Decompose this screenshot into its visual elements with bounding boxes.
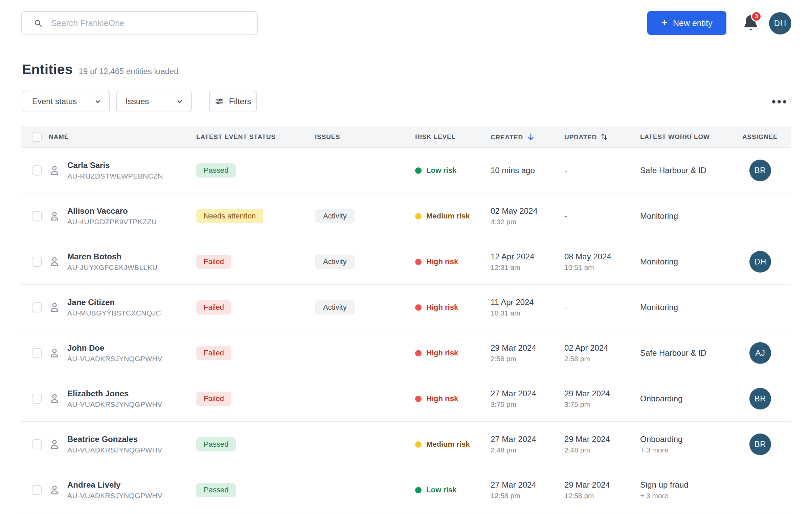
updated-cell: - [564,211,567,221]
select-all-checkbox[interactable] [32,132,42,142]
name-cell: Carla Saris AU-RUZDSTWEWPEBNCZN [67,160,163,181]
entity-name[interactable]: Elizabeth Jones [67,389,162,399]
workflow-cell: Onboarding [640,394,682,404]
name-cell: John Doe AU-VUADKRSJYNQGPWHV [67,343,162,363]
risk-dot [415,213,422,219]
sort-both-icon [600,133,608,141]
workflow-cell: Sign up fraud + 3 more [640,480,689,500]
entity-name[interactable]: Maren Botosh [67,252,158,262]
row-checkbox[interactable] [32,257,42,267]
row-checkbox[interactable] [32,439,42,449]
sort-desc-icon [526,133,535,141]
row-checkbox[interactable] [32,165,42,176]
issue-chip: Activity [315,255,355,269]
table-row[interactable]: Maren Botosh AU-JUYXGFCEKJWBLLKU Failed … [21,239,791,285]
created-cell: 27 Mar 2024 2:48 pm [491,434,536,454]
col-assignee[interactable]: ASSIGNEE [742,133,778,141]
col-latest-workflow[interactable]: LATEST WORKFLOW [640,133,710,141]
notifications-button[interactable]: 3 [742,14,763,34]
status-badge: Needs attention [196,209,263,223]
status-badge: Failed [196,346,231,360]
issues-dropdown[interactable]: Issues [116,91,192,112]
workflow-cell: Monitoring [640,211,678,221]
risk-level: Medium risk [415,212,470,220]
entity-name[interactable]: John Doe [67,343,162,353]
table-row[interactable]: Andrea Lively AU-VUADKRSJYNQGPWHV Passed… [21,467,791,513]
row-checkbox[interactable] [32,211,42,221]
risk-dot [415,304,422,311]
person-icon [49,484,60,496]
updated-cell: 02 Apr 2024 2:58 pm [564,343,608,363]
entities-count-text: 19 of 12,465 entities loaded [79,67,179,76]
user-avatar[interactable]: DH [769,12,791,34]
workflow-cell: Safe Harbour & ID [640,165,706,176]
issue-chip: Activity [315,300,355,314]
notification-count-badge: 3 [751,11,762,22]
filter-bar: Event status Issues Filters [0,91,812,112]
name-cell: Beatrice Gonzales AU-VUADKRSJYNQGPWHV [67,434,162,454]
created-cell: 27 Mar 2024 3:75 pm [491,389,536,409]
risk-level: High risk [415,349,458,357]
risk-level: High risk [415,303,458,312]
event-status-dropdown[interactable]: Event status [23,91,110,112]
col-updated[interactable]: UPDATED [564,133,608,141]
col-name[interactable]: NAME [49,133,69,141]
row-checkbox[interactable] [32,302,42,312]
row-checkbox[interactable] [32,485,42,495]
sliders-icon [215,97,224,106]
table-row[interactable]: Carla Saris AU-RUZDSTWEWPEBNCZN Passed L… [21,148,791,193]
filters-button[interactable]: Filters [209,91,257,112]
table-row[interactable]: Jane Citizen AU-MUBGYYBSTCXCNQJC Failed … [21,285,791,330]
page-title: Entities [22,62,73,77]
table-row[interactable]: Allison Vaccaro AU-4UPGDZPK9VTPKZZU Need… [21,193,791,239]
entity-name[interactable]: Beatrice Gonzales [67,434,162,444]
col-risk-level[interactable]: RISK LEVEL [415,133,456,141]
name-cell: Andrea Lively AU-VUADKRSJYNQGPWHV [67,480,162,500]
entity-id: AU-4UPGDZPK9VTPKZZU [67,217,157,226]
entity-name[interactable]: Carla Saris [67,160,163,170]
more-options-button[interactable] [772,98,787,106]
workflow-cell: Safe Harbour & ID [640,348,706,358]
table-row[interactable]: Beatrice Gonzales AU-VUADKRSJYNQGPWHV Pa… [21,422,791,467]
assignee-avatar[interactable]: BR [749,434,771,455]
search-input[interactable]: Search FrankieOne [21,11,258,35]
entity-name[interactable]: Jane Citizen [67,297,161,307]
updated-cell: 08 May 2024 10:51 am [564,252,611,272]
name-cell: Maren Botosh AU-JUYXGFCEKJWBLLKU [67,252,158,272]
workflow-cell: Monitoring [640,302,678,312]
new-entity-button[interactable]: + New entity [647,11,726,35]
row-checkbox[interactable] [32,394,42,404]
col-created[interactable]: CREATED [491,133,535,141]
status-badge: Passed [196,483,236,497]
created-cell: 10 mins ago [491,165,535,176]
entity-id: AU-RUZDSTWEWPEBNCZN [67,172,163,181]
entity-name[interactable]: Allison Vaccaro [67,206,157,216]
workflow-cell: Monitoring [640,257,678,267]
issue-chip: Activity [315,209,355,223]
entity-id: AU-VUADKRSJYNQGPWHV [67,446,162,454]
risk-dot [415,441,422,448]
person-icon [49,256,60,267]
created-cell: 12 Apr 2024 12:31 am [491,252,534,272]
person-icon [49,302,60,313]
entity-name[interactable]: Andrea Lively [67,480,162,490]
assignee-avatar[interactable]: AJ [749,342,771,364]
updated-cell: 29 Mar 2024 2:48 pm [564,434,610,454]
col-issues[interactable]: ISSUES [315,133,340,141]
name-cell: Jane Citizen AU-MUBGYYBSTCXCNQJC [67,297,161,318]
assignee-avatar[interactable]: BR [749,160,771,181]
created-cell: 02 May 2024 4:32 pm [491,206,538,226]
risk-dot [415,350,422,356]
created-cell: 29 Mar 2024 2:58 pm [491,343,536,363]
search-icon [34,19,42,27]
risk-level: High risk [415,257,458,266]
table-row[interactable]: Elizabeth Jones AU-VUADKRSJYNQGPWHV Fail… [21,376,791,422]
risk-level: Low risk [415,486,456,494]
risk-level: Low risk [415,166,456,175]
row-checkbox[interactable] [32,348,42,358]
table-row[interactable]: John Doe AU-VUADKRSJYNQGPWHV Failed High… [21,330,791,376]
col-latest-event-status[interactable]: LATEST EVENT STATUS [196,133,276,141]
assignee-avatar[interactable]: DH [749,251,771,273]
person-icon [49,439,60,450]
assignee-avatar[interactable]: BR [749,388,771,410]
